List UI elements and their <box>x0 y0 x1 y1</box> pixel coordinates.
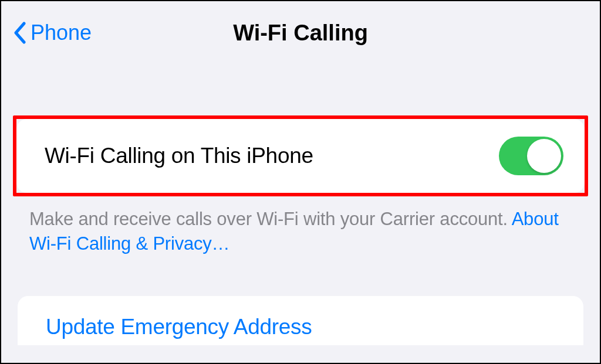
wifi-calling-toggle-row[interactable]: Wi-Fi Calling on This iPhone <box>16 119 585 193</box>
back-label: Phone <box>31 21 92 45</box>
chevron-left-icon <box>13 22 26 44</box>
wifi-calling-toggle[interactable] <box>499 137 563 175</box>
highlighted-annotation: Wi-Fi Calling on This iPhone <box>13 115 588 196</box>
update-emergency-address-label: Update Emergency Address <box>46 315 312 339</box>
footer-description: Make and receive calls over Wi-Fi with y… <box>1 196 600 256</box>
back-button[interactable]: Phone <box>13 21 92 45</box>
toggle-knob <box>527 139 561 173</box>
settings-content: Wi-Fi Calling on This iPhone Make and re… <box>1 115 600 345</box>
page-title: Wi-Fi Calling <box>233 21 368 46</box>
update-emergency-address-row[interactable]: Update Emergency Address <box>18 296 583 345</box>
navigation-header: Phone Wi-Fi Calling <box>1 1 600 60</box>
footer-text-content: Make and receive calls over Wi-Fi with y… <box>29 209 512 229</box>
wifi-calling-label: Wi-Fi Calling on This iPhone <box>45 144 313 168</box>
